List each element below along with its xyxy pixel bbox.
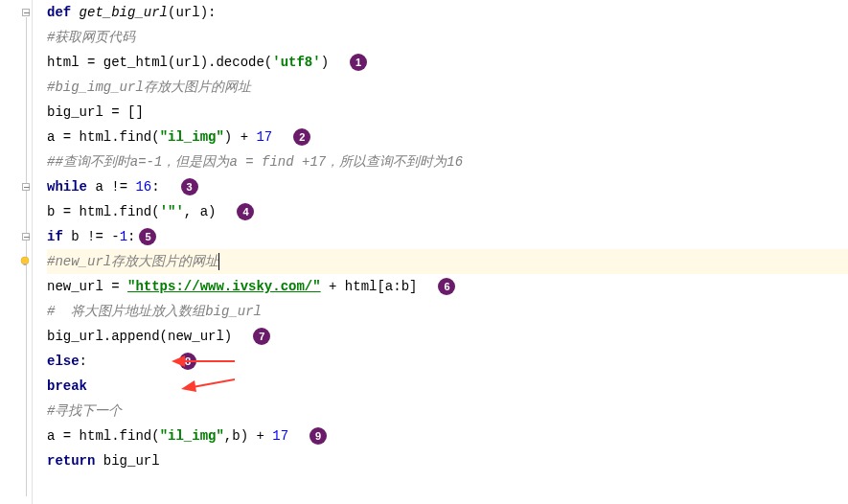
light-bulb-icon[interactable]: [18, 255, 32, 268]
annotation-badge: 9: [309, 427, 327, 445]
code-line[interactable]: while a != 16:3: [47, 174, 848, 199]
annotation-badge: 2: [293, 128, 310, 146]
code-line[interactable]: a = html.find("il_img",b) + 179: [47, 424, 848, 448]
fold-toggle-icon[interactable]: [22, 233, 30, 241]
annotation-badge: 8: [179, 353, 196, 370]
code-text: :: [151, 174, 159, 199]
code-text: ) +: [224, 125, 257, 149]
comment: ##查询不到时a=-1，但是因为a = find +17，所以查询不到时为16: [47, 149, 463, 174]
code-line[interactable]: # 将大图片地址放入数组big_url: [47, 299, 848, 324]
number-literal: 17: [272, 424, 288, 448]
code-text: :: [127, 224, 135, 249]
number-literal: 17: [256, 125, 272, 149]
annotation-badge: 1: [350, 54, 367, 71]
string-url: "https://www.ivsky.com/": [127, 274, 321, 299]
svg-line-4: [193, 379, 235, 387]
code-line[interactable]: new_url = "https://www.ivsky.com/" + htm…: [47, 274, 848, 299]
code-line[interactable]: return big_url: [47, 448, 848, 473]
function-name: get_big_url: [80, 0, 168, 25]
svg-rect-1: [24, 263, 27, 265]
code-text: ,b) +: [224, 424, 272, 448]
code-text: + html[a:b]: [321, 274, 418, 299]
fold-toggle-icon[interactable]: [22, 9, 30, 16]
annotation-arrow-icon: [181, 378, 235, 395]
comment: #big_img_url存放大图片的网址: [47, 75, 251, 100]
code-text: a = html.find(: [47, 125, 160, 149]
code-text: ): [321, 50, 329, 75]
annotation-badge: 4: [237, 203, 254, 220]
code-line[interactable]: big_url.append(new_url)7: [47, 324, 848, 349]
keyword-if: if: [47, 224, 71, 249]
svg-marker-5: [181, 380, 196, 392]
code-text: a !=: [95, 174, 135, 199]
code-text: big_url = []: [47, 100, 144, 125]
code-text: big_url: [103, 448, 160, 473]
comment: #获取网页代码: [47, 25, 135, 50]
code-text: :: [80, 349, 87, 374]
code-line[interactable]: b = html.find('"', a)4: [47, 199, 848, 224]
keyword-else: else: [47, 349, 80, 374]
code-text: big_url.append(new_url): [47, 324, 232, 349]
gutter-extra: [33, 0, 41, 504]
code-line[interactable]: #寻找下一个: [47, 399, 848, 424]
code-text: a = html.find(: [47, 424, 160, 448]
code-text: , a): [184, 199, 217, 224]
number-literal: 16: [135, 174, 151, 199]
code-text: html = get_html(url).decode(: [47, 50, 272, 75]
string-literal: 'utf8': [272, 50, 320, 75]
code-line[interactable]: if b != -1:5: [47, 224, 848, 249]
keyword-return: return: [47, 448, 103, 473]
code-text: new_url =: [47, 274, 127, 299]
keyword-while: while: [47, 174, 95, 199]
code-editor[interactable]: def get_big_url(url): #获取网页代码 html = get…: [41, 0, 848, 504]
string-literal: "il_img": [160, 424, 224, 448]
gutter: [0, 0, 33, 504]
code-text: b = html.find(: [47, 199, 160, 224]
code-line[interactable]: #big_img_url存放大图片的网址: [47, 75, 848, 100]
code-line[interactable]: html = get_html(url).decode('utf8')1: [47, 50, 848, 75]
code-line[interactable]: def get_big_url(url):: [47, 0, 848, 25]
code-line[interactable]: a = html.find("il_img") + 172: [47, 125, 848, 149]
text-caret-icon: [218, 253, 219, 270]
annotation-badge: 6: [438, 278, 455, 295]
string-literal: '"': [160, 199, 184, 224]
annotation-badge: 7: [253, 328, 270, 345]
code-line[interactable]: big_url = []: [47, 100, 848, 125]
comment: #寻找下一个: [47, 399, 122, 424]
number-literal: 1: [120, 224, 127, 249]
code-line[interactable]: else: 8: [47, 349, 848, 374]
code-text: (url):: [168, 0, 216, 25]
keyword-break: break: [47, 374, 87, 399]
code-line-active[interactable]: #new_url存放大图片的网址: [47, 249, 848, 274]
code-line[interactable]: ##查询不到时a=-1，但是因为a = find +17，所以查询不到时为16: [47, 149, 848, 174]
code-line[interactable]: break: [47, 374, 848, 399]
comment: #new_url存放大图片的网址: [47, 249, 218, 274]
code-line[interactable]: #获取网页代码: [47, 25, 848, 50]
string-literal: "il_img": [160, 125, 224, 149]
comment: # 将大图片地址放入数组big_url: [47, 299, 262, 324]
annotation-badge: 5: [139, 228, 156, 245]
code-text: b != -: [71, 224, 119, 249]
keyword-def: def: [47, 0, 80, 25]
fold-toggle-icon[interactable]: [22, 183, 30, 191]
annotation-badge: 3: [181, 178, 198, 195]
svg-point-0: [21, 257, 29, 264]
